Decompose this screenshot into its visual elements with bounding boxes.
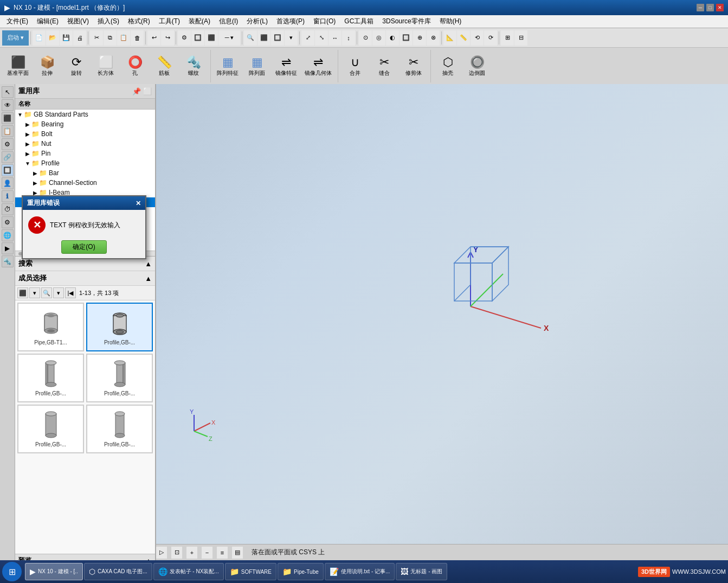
taskbar-item-software[interactable]: 📁 SOFTWARE bbox=[225, 563, 276, 580]
extra-btn1[interactable]: ⟲ bbox=[471, 30, 484, 46]
ribbon-item-edge-blend[interactable]: 🔘 边倒圆 bbox=[463, 50, 491, 82]
member-filter-toggle2[interactable]: ▾ bbox=[53, 287, 64, 298]
ribbon-item-revolve[interactable]: ⟳ 旋转 bbox=[63, 50, 90, 82]
taskbar-item-paint[interactable]: 🖼 无标题 - 画图 bbox=[396, 563, 447, 580]
taskbar-item-nx[interactable]: ▶ NX 10 - 建模 - [.. bbox=[25, 563, 83, 580]
ribbon-item-datum-plane[interactable]: ⬛ 基准平面 bbox=[4, 50, 31, 82]
menu-gc[interactable]: GC工具箱 bbox=[340, 16, 378, 27]
taskbar-item-notepad[interactable]: 📝 使用说明.txt - 记事... bbox=[325, 563, 395, 580]
tree-item-channel[interactable]: ▶ 📁 Channel-Section bbox=[15, 178, 155, 188]
menu-view[interactable]: 视图(V) bbox=[63, 16, 93, 27]
left-icon-history[interactable]: ⏱ bbox=[2, 203, 14, 215]
left-icon-part-nav[interactable]: 📋 bbox=[2, 125, 14, 137]
taskbar-item-pipetube[interactable]: 📁 Pipe-Tube bbox=[278, 563, 324, 580]
toolbar-btn4[interactable]: ─ ▾ bbox=[218, 30, 240, 46]
view-btn1[interactable]: 🔍 bbox=[244, 30, 257, 46]
thumb-item-3[interactable]: Profile,GB-... bbox=[17, 354, 84, 402]
start-button[interactable]: ⊞ bbox=[2, 562, 22, 581]
left-icon-process[interactable]: ▶ bbox=[2, 242, 14, 254]
left-icon-info[interactable]: ℹ bbox=[2, 190, 14, 202]
error-ok-button[interactable]: 确定(O) bbox=[61, 240, 106, 254]
view-btn4[interactable]: ▾ bbox=[285, 30, 298, 46]
copy-button[interactable]: ⧉ bbox=[104, 30, 117, 46]
main-viewport[interactable]: Y X X Y Z bbox=[156, 84, 728, 567]
cam-btn1[interactable]: ⊞ bbox=[501, 30, 514, 46]
redo-button[interactable]: ↪ bbox=[161, 30, 174, 46]
ribbon-item-mirror-feature[interactable]: ⇌ 镜像特征 bbox=[273, 50, 300, 82]
reuse-maximize-icon[interactable]: ⬜ bbox=[143, 87, 152, 95]
ribbon-item-mirror-geom[interactable]: ⇌ 镜像几何体 bbox=[302, 50, 334, 82]
ribbon-item-extrude[interactable]: 📦 拉伸 bbox=[34, 50, 61, 82]
measure-btn2[interactable]: 📏 bbox=[457, 30, 470, 46]
left-icon-reuse-lib[interactable]: 🔲 bbox=[2, 164, 14, 176]
delete-button[interactable]: 🗑 bbox=[131, 30, 144, 46]
tree-item-bearing[interactable]: ▶ 📁 Bearing bbox=[15, 119, 155, 129]
menu-preferences[interactable]: 首选项(P) bbox=[272, 16, 309, 27]
ribbon-item-pattern-feature[interactable]: ▦ 阵列特征 bbox=[214, 50, 241, 82]
ribbon-item-rib[interactable]: 📏 筋板 bbox=[151, 50, 178, 82]
cam-btn2[interactable]: ⊟ bbox=[514, 30, 527, 46]
paste-button[interactable]: 📋 bbox=[117, 30, 130, 46]
search-collapse-icon[interactable]: ▲ bbox=[145, 260, 152, 268]
ribbon-item-block[interactable]: ⬜ 长方体 bbox=[92, 50, 119, 82]
left-icon-cam[interactable]: 🔩 bbox=[2, 255, 14, 267]
taskbar-item-caxa[interactable]: ⬡ CAXA CAD 电子图... bbox=[84, 563, 152, 580]
toolbar-btn1[interactable]: ⚙ bbox=[178, 30, 191, 46]
left-icon-assembly-nav[interactable]: ⚙ bbox=[2, 138, 14, 150]
left-icon-feature[interactable]: ⚙ bbox=[2, 216, 14, 228]
member-view-btn[interactable]: ⬛ bbox=[17, 287, 28, 298]
minimize-button[interactable]: ─ bbox=[697, 4, 704, 11]
undo-button[interactable]: ↩ bbox=[147, 30, 160, 46]
thumb-item-1[interactable]: Pipe,GB-T1... bbox=[17, 303, 84, 351]
ribbon-item-trim-body[interactable]: ✂ 修剪体 bbox=[400, 50, 427, 82]
reuse-pin-icon[interactable]: 📌 bbox=[132, 87, 141, 95]
ribbon-item-unite[interactable]: ∪ 合并 bbox=[342, 50, 369, 82]
ribbon-item-thread[interactable]: 🔩 螺纹 bbox=[180, 50, 207, 82]
ribbon-item-shell[interactable]: ⬡ 抽壳 bbox=[434, 50, 461, 82]
tree-item-nut[interactable]: ▶ 📁 Nut bbox=[15, 139, 155, 149]
layer-btn4[interactable]: 🔲 bbox=[400, 30, 413, 46]
member-first-btn[interactable]: |◀ bbox=[65, 287, 76, 298]
menu-analysis[interactable]: 分析(L) bbox=[242, 16, 272, 27]
thumb-item-4[interactable]: Profile,GB-... bbox=[86, 354, 153, 402]
extra-btn2[interactable]: ⟳ bbox=[484, 30, 497, 46]
snap-btn1[interactable]: ⤢ bbox=[301, 30, 314, 46]
start-button[interactable]: 启动 ▾ bbox=[2, 30, 29, 46]
layer-btn1[interactable]: ⊙ bbox=[359, 30, 372, 46]
menu-file[interactable]: 文件(E) bbox=[2, 16, 33, 27]
menu-window[interactable]: 窗口(O) bbox=[309, 16, 340, 27]
save-button[interactable]: 💾 bbox=[60, 30, 73, 46]
toolbar-btn2[interactable]: 🔲 bbox=[191, 30, 204, 46]
menu-format[interactable]: 格式(R) bbox=[124, 16, 154, 27]
member-filter-btn[interactable]: ▾ bbox=[29, 287, 40, 298]
measure-btn1[interactable]: 📐 bbox=[443, 30, 456, 46]
layer-btn6[interactable]: ⊗ bbox=[427, 30, 440, 46]
open-button[interactable]: 📂 bbox=[46, 30, 59, 46]
snap-btn3[interactable]: ↔ bbox=[328, 30, 342, 46]
tree-item-pin[interactable]: ▶ 📁 Pin bbox=[15, 149, 155, 158]
menu-help[interactable]: 帮助(H) bbox=[435, 16, 466, 27]
menu-assembly[interactable]: 装配(A) bbox=[184, 16, 215, 27]
thumb-item-2[interactable]: Profile,GB-... bbox=[86, 303, 153, 351]
tree-item-bar[interactable]: ▶ 📁 Bar bbox=[15, 168, 155, 178]
menu-3dsource[interactable]: 3DSource零件库 bbox=[378, 16, 435, 27]
view-btn2[interactable]: ⬛ bbox=[257, 30, 270, 46]
toolbar-btn3[interactable]: ⬛ bbox=[205, 30, 218, 46]
cut-button[interactable]: ✂ bbox=[90, 30, 103, 46]
error-close-icon[interactable]: ✕ bbox=[136, 200, 141, 207]
status-icon4[interactable]: ▷ bbox=[156, 547, 167, 559]
maximize-button[interactable]: □ bbox=[706, 4, 714, 11]
menu-insert[interactable]: 插入(S) bbox=[93, 16, 124, 27]
ribbon-item-pattern-face[interactable]: ▦ 阵列面 bbox=[243, 50, 270, 82]
tree-item-root[interactable]: ▼ 📁 GB Standard Parts bbox=[15, 110, 155, 119]
member-filter-toggle[interactable]: 🔍 bbox=[41, 287, 52, 298]
left-icon-constraint-nav[interactable]: 🔗 bbox=[2, 151, 14, 163]
status-icon6[interactable]: + bbox=[186, 547, 197, 559]
left-icon-view1[interactable]: 👁 bbox=[2, 99, 14, 111]
left-icon-roles[interactable]: 👤 bbox=[2, 177, 14, 189]
status-icon7[interactable]: − bbox=[202, 547, 212, 559]
left-icon-view2[interactable]: ⬛ bbox=[2, 112, 14, 124]
close-button[interactable]: ✕ bbox=[716, 4, 724, 11]
tree-item-bolt[interactable]: ▶ 📁 Bolt bbox=[15, 129, 155, 139]
thumb-item-5[interactable]: Profile,GB-... bbox=[17, 405, 84, 453]
